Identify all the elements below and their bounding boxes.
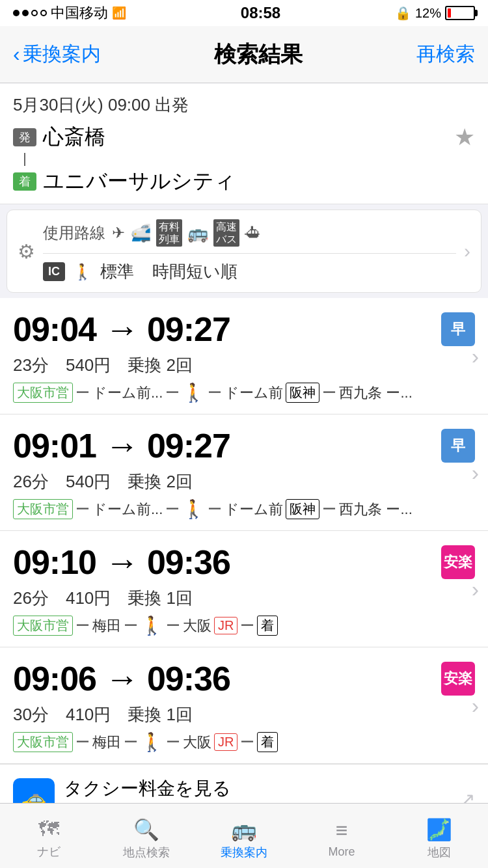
from-name: 心斎橋: [43, 123, 105, 152]
tab-bar: 🗺 ナビ 🔍 地点検索 🚌 乗換案内 ≡ More 🗾 地図: [0, 803, 488, 868]
route-from-to: 発 心斎橋 ★ 着 ユニバーサルシティ: [13, 123, 475, 196]
navi-label: ナビ: [37, 844, 61, 860]
route-dash: ー: [322, 500, 336, 519]
route-stop: 梅田: [92, 733, 121, 752]
status-left: 中国移动 📶: [13, 3, 126, 23]
operator-badge: 阪神: [286, 383, 319, 403]
ic-badge: IC: [43, 262, 65, 281]
tab-more[interactable]: ≡ More: [293, 813, 390, 859]
settings-chevron-icon: ›: [464, 240, 470, 262]
battery-percent: 12%: [415, 6, 441, 21]
card-route: 大阪市営ードーム前... ー🚶ードーム前阪神ー西九条 ー...: [13, 498, 475, 520]
to-name: ユニバーサルシティ: [43, 167, 236, 196]
card-chevron-icon: ›: [472, 576, 479, 602]
route-header: 5月30日(火) 09:00 出発 発 心斎橋 ★ 着 ユニバーサルシティ: [0, 83, 488, 204]
back-button[interactable]: ‹ 乗換案内: [13, 41, 101, 68]
route-badge-label: 早: [441, 429, 475, 463]
card-chevron-icon: ›: [472, 344, 479, 369]
ferry-icon: ⛴: [245, 223, 262, 243]
main-content: 中国移动 📶 08:58 🔒 12% ‹ 乗換案内 検索結果 再検索 5月30日…: [0, 0, 488, 868]
route-badge-label: 早: [441, 312, 475, 346]
card-route: 大阪市営ードーム前... ー🚶ードーム前阪神ー西九条 ー...: [13, 382, 475, 403]
map-label: 地図: [427, 845, 451, 860]
operator-badge: 大阪市営: [13, 616, 73, 636]
route-dash: ー: [322, 383, 336, 403]
dot3: [31, 10, 38, 16]
shinkansen-icon: 🚅: [130, 223, 151, 243]
route-dash: ー: [166, 616, 180, 636]
card-route: 大阪市営ー梅田 ー🚶ー大阪JRー着: [13, 731, 475, 753]
route-dash: ー: [240, 616, 254, 636]
card-header: 09:10 → 09:36 安楽: [13, 543, 475, 582]
to-row: 着 ユニバーサルシティ: [13, 167, 475, 196]
status-right: 🔒 12%: [395, 5, 475, 21]
route-dash: ー: [75, 733, 90, 752]
battery-fill: [448, 8, 451, 18]
walk-icon: 🚶: [182, 498, 205, 520]
tab-transit[interactable]: 🚌 乗換案内: [195, 812, 293, 860]
result-card-3[interactable]: 09:06 → 09:36 安楽 30分 410円 乗換 1回 大阪市営ー梅田 …: [0, 647, 488, 764]
operator-badge: 大阪市営: [13, 499, 73, 519]
settings-divider: [43, 253, 456, 254]
dest-badge: 着: [257, 616, 278, 636]
bus-icon: 🚌: [187, 223, 208, 243]
walk-icon: 🚶: [182, 382, 205, 403]
card-info: 23分 540円 乗換 2回: [13, 354, 475, 377]
card-info: 26分 540円 乗換 2回: [13, 470, 475, 493]
dest-badge: 着: [257, 732, 278, 752]
settings-row[interactable]: ⚙ 使用路線 ✈ 🚅 有料列車 🚌 高速バス ⛴ IC 🚶 標準 時間短い順: [7, 210, 481, 293]
re-search-button[interactable]: 再検索: [416, 41, 475, 68]
tab-navi[interactable]: 🗺 ナビ: [0, 812, 98, 860]
route-dash: ー: [124, 616, 138, 636]
walk-label: 標準: [100, 260, 134, 283]
operator-badge: 大阪市営: [13, 732, 73, 752]
card-info: 26分 410円 乗換 1回: [13, 587, 475, 610]
tab-location-search[interactable]: 🔍 地点検索: [98, 812, 195, 860]
route-badge-label: 安楽: [441, 545, 475, 579]
from-row: 発 心斎橋: [13, 123, 105, 152]
result-card-2[interactable]: 09:10 → 09:36 安楽 26分 410円 乗換 1回 大阪市営ー梅田 …: [0, 531, 488, 647]
carrier-name: 中国移动: [51, 3, 108, 23]
operator-badge: 阪神: [286, 499, 319, 519]
transport-row: 使用路線 ✈ 🚅 有料列車 🚌 高速バス ⛴: [43, 219, 456, 247]
signal-dots: [13, 10, 47, 16]
route-dash: ー: [165, 383, 180, 403]
transport-icons: ✈ 🚅 有料列車 🚌 高速バス ⛴: [112, 219, 456, 247]
transit-icon: 🚌: [231, 817, 257, 842]
route-stop: 西九条 ー...: [339, 383, 412, 403]
express-icon: 有料列車: [156, 219, 182, 247]
map-icon: 🗾: [426, 817, 452, 842]
transport-label: 使用路線: [43, 223, 105, 243]
walk-icon: 🚶: [141, 615, 163, 636]
route-stop: 大阪: [183, 616, 211, 636]
route-stop: 西九条 ー...: [339, 500, 412, 519]
card-chevron-icon: ›: [472, 693, 479, 718]
result-card-0[interactable]: 09:04 → 09:27 早 23分 540円 乗換 2回 大阪市営ードーム前…: [0, 298, 488, 414]
card-time: 09:10 → 09:36: [13, 543, 230, 582]
route-dash: ー: [75, 616, 90, 636]
nav-title: 検索結果: [214, 40, 303, 70]
search-icon: 🔍: [133, 817, 159, 842]
route-stop: ドーム前...: [92, 383, 163, 403]
battery-icon: [445, 6, 475, 20]
to-badge: 着: [13, 172, 36, 191]
wifi-icon: 📶: [112, 6, 126, 20]
favorite-button[interactable]: ★: [454, 124, 475, 151]
results-container: 09:04 → 09:27 早 23分 540円 乗換 2回 大阪市営ードーム前…: [0, 298, 488, 764]
card-time: 09:06 → 09:36: [13, 659, 230, 698]
card-time: 09:01 → 09:27: [13, 426, 230, 465]
result-card-1[interactable]: 09:01 → 09:27 早 26分 540円 乗換 2回 大阪市営ードーム前…: [0, 414, 488, 531]
route-stop: 大阪: [183, 733, 211, 752]
tab-map[interactable]: 🗾 地図: [390, 812, 488, 860]
chevron-left-icon: ‹: [13, 42, 20, 66]
highspeed-bus-icon: 高速バス: [213, 219, 239, 247]
route-dash: ー: [124, 733, 138, 752]
dot4: [40, 10, 47, 16]
card-chevron-icon: ›: [472, 460, 479, 485]
route-stop: ドーム前...: [92, 500, 163, 519]
walk-icon: 🚶: [73, 263, 92, 281]
status-bar: 中国移动 📶 08:58 🔒 12%: [0, 0, 488, 26]
route-dash: ー: [75, 383, 90, 403]
departure-time: 5月30日(火) 09:00 出発: [13, 94, 475, 116]
settings-content: 使用路線 ✈ 🚅 有料列車 🚌 高速バス ⛴ IC 🚶 標準 時間短い順: [43, 219, 456, 283]
